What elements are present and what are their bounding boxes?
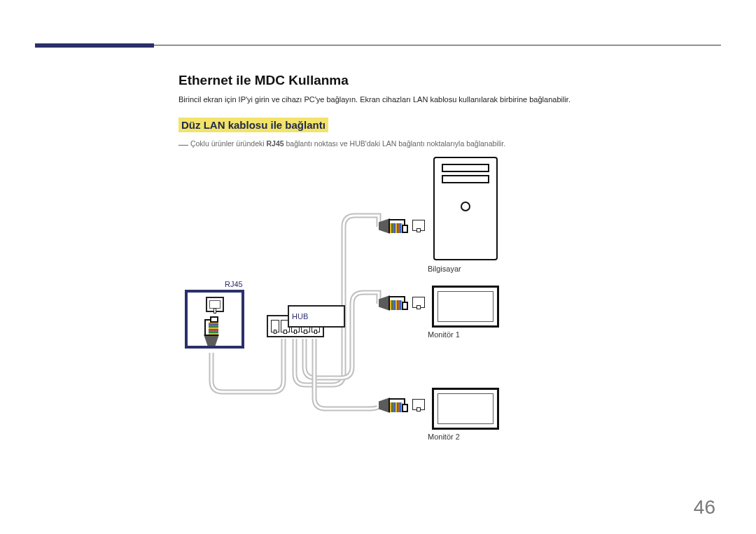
note-prefix: Çoklu ürünler üründeki (190, 139, 267, 148)
port-icon (412, 220, 425, 231)
subsection-title: Düz LAN kablosu ile bağlantı (178, 118, 328, 132)
rj45-connector-icon (204, 319, 219, 346)
intro-text: Birincil ekran için IP'yi girin ve cihaz… (178, 95, 570, 104)
port-icon (412, 297, 425, 308)
rj45-port-icon (206, 297, 224, 312)
header-accent-bar (35, 43, 154, 48)
hub-port-icon (271, 320, 279, 332)
label-computer: Bilgisayar (428, 265, 461, 273)
rj45-connector-icon (379, 218, 405, 234)
port-icon (412, 399, 425, 410)
monitor-1-icon (432, 286, 499, 328)
label-monitor-2: Monitör 2 (428, 433, 460, 441)
label-hub: HUB (288, 305, 345, 328)
computer-tower-icon (433, 157, 498, 260)
label-rj45: RJ45 (225, 280, 243, 288)
rj45-connector-icon (379, 398, 405, 413)
note-dash: ― (178, 139, 188, 150)
connection-diagram: RJ45 HUB Bilgisayar Monitör 1 Monitör 2 (186, 157, 550, 458)
note-text: ― Çoklu ürünler üründeki RJ45 bağlantı n… (178, 139, 505, 150)
rj45-connector-icon (379, 295, 405, 311)
power-button-icon (461, 202, 470, 211)
monitor-2-icon (432, 388, 499, 430)
note-bold-term: RJ45 (266, 139, 284, 148)
page-number: 46 (694, 496, 715, 519)
section-title: Ethernet ile MDC Kullanma (178, 73, 349, 88)
note-suffix: bağlantı noktası ve HUB'daki LAN bağlant… (284, 139, 506, 148)
label-monitor-1: Monitör 1 (428, 330, 460, 339)
